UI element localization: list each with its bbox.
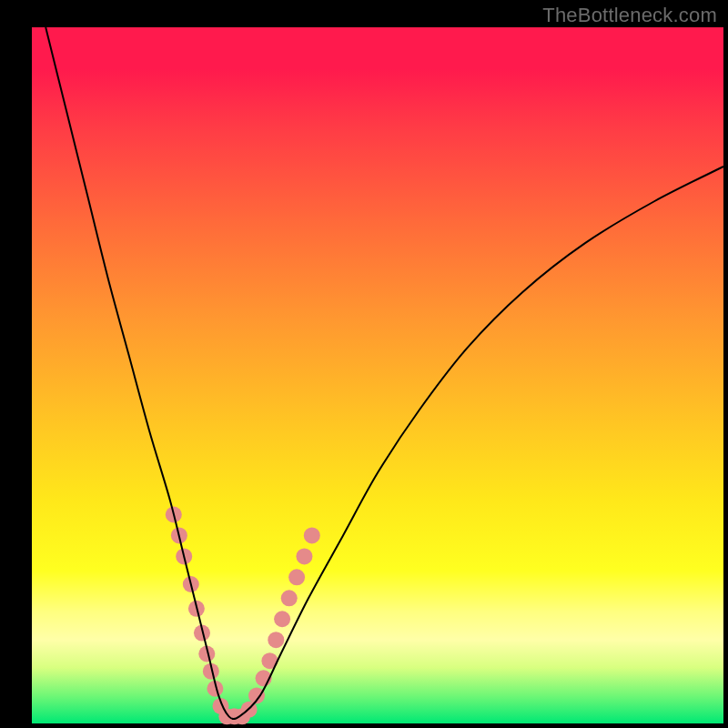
sample-dots <box>166 507 320 725</box>
sample-dot <box>296 548 312 564</box>
sample-dot <box>281 590 298 606</box>
chart-svg <box>0 0 728 728</box>
watermark-text: TheBottleneck.com <box>542 4 717 27</box>
sample-dot <box>288 569 305 585</box>
bottleneck-curve <box>46 27 723 719</box>
sample-dot <box>274 611 290 627</box>
sample-dot <box>268 632 284 648</box>
sample-dot <box>304 527 320 543</box>
chart-frame: TheBottleneck.com <box>0 0 728 728</box>
